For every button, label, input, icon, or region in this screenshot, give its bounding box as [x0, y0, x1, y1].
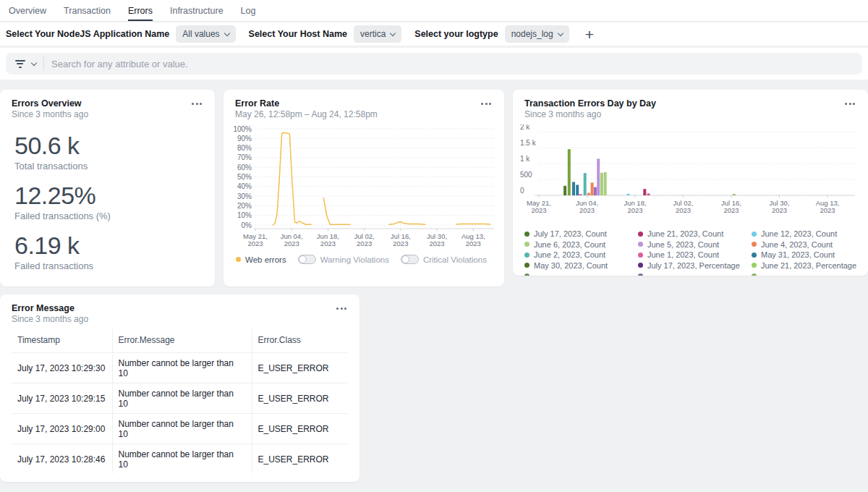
legend-label: June 2, 2023, Count: [534, 250, 605, 259]
chevron-down-icon: [557, 30, 563, 35]
svg-text:50%: 50%: [237, 173, 252, 181]
table-column-header: Timestamp: [12, 329, 112, 353]
error-rate-legend: Web errorsWarning ViolationsCritical Vio…: [236, 255, 487, 264]
svg-text:2023: 2023: [579, 206, 595, 214]
legend-dot: [638, 273, 643, 276]
metrics-list: 50.6 kTotal transactions12.25%Failed tra…: [14, 132, 111, 281]
legend-dot: [752, 273, 757, 276]
legend-item[interactable]: June 1, 2023, Count: [638, 250, 747, 260]
tab-transaction[interactable]: Transaction: [64, 0, 111, 21]
table-cell: E_USER_ERROR: [252, 353, 348, 383]
legend-label: July 17, 2023, Count: [534, 229, 607, 238]
table-cell: Number cannot be larger than 10: [112, 353, 252, 383]
tab-infrastructure[interactable]: Infrastructure: [170, 0, 224, 21]
search-input[interactable]: [51, 59, 854, 69]
legend-dot: [638, 263, 643, 268]
svg-text:2023: 2023: [357, 239, 372, 247]
legend-item-clipped[interactable]: [752, 271, 861, 276]
filter-value-dropdown[interactable]: nodejs_log: [505, 25, 569, 43]
top-nav-tabs: OverviewTransactionErrorsInfrastructureL…: [0, 0, 868, 22]
filter-group-1: Select Your Host Namevertica: [249, 25, 402, 43]
table-header-row: TimestampError.MessageError.Class: [12, 329, 348, 353]
search-bar: [6, 53, 862, 75]
svg-text:30%: 30%: [237, 192, 252, 200]
svg-text:2023: 2023: [531, 206, 546, 214]
search-strip: [0, 48, 868, 80]
transaction-errors-bar-chart: 2 k1.5 k1 k5000May 21,2023Jun 04,2023Jun…: [519, 124, 864, 220]
legend-dot: [752, 242, 757, 247]
legend-item[interactable]: June 21, 2023, Count: [638, 229, 747, 239]
legend-toggle-critical-violations[interactable]: Critical Violations: [401, 255, 487, 264]
meatball-menu-icon[interactable]: [190, 100, 203, 107]
legend-label: July 17, 2023, Percentage: [647, 261, 740, 270]
filter-row: Select Your NodeJS Application NameAll v…: [0, 22, 868, 46]
legend-dot: [752, 253, 757, 258]
legend-item-web-errors[interactable]: Web errors: [236, 255, 286, 264]
legend-dot: [524, 242, 529, 247]
panel-subtitle: May 26, 12:58pm – Aug 24, 12:58pm: [235, 109, 378, 119]
svg-text:2023: 2023: [393, 239, 408, 247]
legend-label: June 21, 2023, Percentage: [761, 261, 856, 270]
svg-text:100%: 100%: [233, 125, 252, 133]
table-row: July 17, 2023 10:29:30Number cannot be l…: [12, 353, 348, 383]
metric-label: Total transactions: [14, 161, 111, 171]
legend-item[interactable]: May 31, 2023, Count: [752, 250, 861, 260]
legend-dot: [752, 263, 757, 268]
legend-label: Critical Violations: [423, 255, 487, 264]
tab-log[interactable]: Log: [241, 0, 256, 21]
filter-value: vertica: [360, 29, 386, 39]
table-cell: Number cannot be larger than 10: [112, 444, 252, 474]
legend-dot: [236, 257, 241, 262]
legend-toggle-warning-violations[interactable]: Warning Violations: [298, 255, 389, 264]
legend-item[interactable]: May 30, 2023, Count: [524, 260, 634, 271]
legend-item[interactable]: July 17, 2023, Count: [524, 229, 634, 239]
metric-value: 50.6 k: [14, 132, 111, 159]
toggle-switch-icon: [401, 255, 419, 264]
legend-item[interactable]: June 12, 2023, Count: [752, 229, 861, 239]
legend-item[interactable]: June 6, 2023, Count: [524, 239, 634, 250]
legend-item[interactable]: June 21, 2023, Percentage: [752, 260, 861, 271]
legend-item-clipped[interactable]: [524, 271, 634, 276]
add-filter-button[interactable]: +: [585, 27, 594, 42]
svg-text:2023: 2023: [820, 206, 835, 214]
legend-item[interactable]: June 4, 2023, Count: [752, 239, 861, 250]
svg-text:2023: 2023: [284, 239, 299, 247]
panel-title: Errors Overview: [12, 98, 82, 109]
svg-text:2 k: 2 k: [520, 124, 530, 131]
svg-text:2023: 2023: [772, 206, 787, 214]
funnel-icon: [14, 60, 25, 68]
legend-item[interactable]: June 2, 2023, Count: [524, 250, 634, 260]
legend-label: June 21, 2023, Count: [647, 229, 723, 238]
legend-item[interactable]: July 17, 2023, Percentage: [638, 260, 747, 271]
svg-text:0: 0: [520, 187, 524, 195]
filter-value-dropdown[interactable]: All values: [176, 25, 235, 43]
metric-block: 6.19 kFailed transactions: [14, 232, 111, 271]
table-cell: E_USER_ERROR: [252, 383, 348, 414]
table-row: July 17, 2023 10:29:00Number cannot be l…: [12, 414, 348, 444]
tab-errors[interactable]: Errors: [128, 0, 153, 21]
legend-item[interactable]: June 5, 2023, Count: [638, 239, 747, 250]
table-row: July 17, 2023 10:29:15Number cannot be l…: [12, 383, 348, 414]
meatball-menu-icon[interactable]: [843, 100, 856, 107]
legend-dot: [638, 232, 643, 237]
table-column-header: Error.Class: [252, 329, 348, 353]
table-cell: July 17, 2023 10:29:00: [12, 414, 112, 444]
legend-dot: [752, 232, 757, 237]
legend-label: June 1, 2023, Count: [647, 250, 719, 259]
filter-value: All values: [182, 29, 219, 39]
filter-value-dropdown[interactable]: vertica: [354, 25, 401, 43]
toggle-switch-icon: [298, 255, 316, 264]
chevron-down-icon: [390, 30, 396, 35]
legend-item-clipped[interactable]: [638, 271, 747, 276]
panel-error-rate: Error Rate May 26, 12:58pm – Aug 24, 12:…: [224, 90, 504, 287]
svg-text:1.5 k: 1.5 k: [520, 139, 537, 147]
panel-subtitle: Since 3 months ago: [12, 314, 88, 324]
tab-overview[interactable]: Overview: [9, 0, 46, 21]
search-filter-button[interactable]: [14, 60, 36, 68]
filter-label: Select Your NodeJS Application Name: [6, 29, 169, 39]
table-row: July 17, 2023 10:28:46Number cannot be l…: [12, 444, 348, 474]
meatball-menu-icon[interactable]: [480, 100, 493, 107]
legend-dot: [524, 263, 529, 268]
meatball-menu-icon[interactable]: [335, 305, 348, 312]
svg-text:1 k: 1 k: [520, 155, 530, 163]
